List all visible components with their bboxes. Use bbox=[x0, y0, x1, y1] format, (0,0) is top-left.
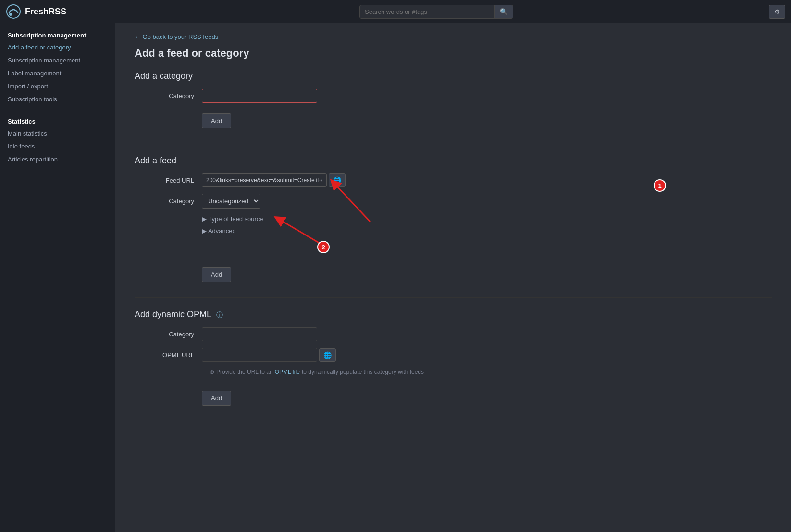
opml-url-label: OPML URL bbox=[135, 351, 202, 359]
add-opml-btn-row: Add bbox=[135, 387, 772, 406]
sidebar-item-import-export[interactable]: Import / export bbox=[0, 80, 115, 93]
opml-category-input[interactable] bbox=[202, 327, 317, 341]
add-feed-button[interactable]: Add bbox=[202, 267, 231, 282]
opml-help-icon[interactable]: ⓘ bbox=[216, 311, 223, 319]
advanced-toggle[interactable]: ▶ Advanced bbox=[202, 227, 236, 235]
search-input[interactable] bbox=[360, 5, 494, 18]
topbar: FreshRSS 🔍 ⚙ bbox=[0, 0, 791, 23]
category-form-row: Category bbox=[135, 89, 772, 103]
opml-url-input[interactable] bbox=[202, 348, 317, 362]
divider-2 bbox=[135, 297, 772, 298]
logo-area: FreshRSS bbox=[6, 4, 116, 19]
opml-info-text-before: Provide the URL to an bbox=[216, 369, 273, 375]
opml-info-text-after: to dynamically populate this category wi… bbox=[302, 369, 424, 375]
annotation-badge-2: 2 bbox=[317, 241, 330, 253]
opml-file-link[interactable]: OPML file bbox=[275, 369, 300, 375]
advanced-row: ▶ Advanced bbox=[135, 227, 772, 235]
add-feed-title: Add a feed bbox=[135, 156, 772, 166]
feed-category-row: Category Uncategorized bbox=[135, 194, 772, 209]
sidebar-item-label-management[interactable]: Label management bbox=[0, 67, 115, 80]
main-content: ← Go back to your RSS feeds Add a feed o… bbox=[115, 23, 791, 532]
add-feed-btn-row: Add bbox=[135, 263, 772, 282]
type-of-feed-row: ▶ Type of feed source bbox=[135, 215, 772, 223]
feed-url-label: Feed URL bbox=[135, 177, 202, 184]
opml-category-label: Category bbox=[135, 331, 202, 338]
search-button[interactable]: 🔍 bbox=[494, 5, 513, 18]
sidebar-item-subscription-management[interactable]: Subscription management bbox=[0, 54, 115, 67]
sidebar-section-statistics: Statistics bbox=[0, 114, 115, 127]
add-category-title: Add a category bbox=[135, 71, 772, 81]
sidebar-divider bbox=[0, 110, 115, 110]
feed-url-input[interactable] bbox=[202, 173, 327, 187]
settings-button[interactable]: ⚙ bbox=[769, 5, 785, 19]
sidebar-item-add-feed[interactable]: Add a feed or category bbox=[0, 41, 115, 54]
page-title: Add a feed or category bbox=[135, 47, 772, 60]
add-opml-button[interactable]: Add bbox=[202, 391, 231, 406]
sidebar: Subscription management Add a feed or ca… bbox=[0, 23, 115, 532]
topbar-right: ⚙ bbox=[756, 5, 785, 19]
svg-point-1 bbox=[9, 13, 12, 16]
freshrss-logo bbox=[6, 4, 21, 19]
sidebar-item-idle-feeds[interactable]: Idle feeds bbox=[0, 140, 115, 153]
feed-url-row: Feed URL 🌐 bbox=[135, 173, 772, 187]
svg-point-0 bbox=[7, 5, 20, 18]
sidebar-section-management: Subscription management bbox=[0, 28, 115, 41]
add-opml-title: Add dynamic OPML ⓘ bbox=[135, 309, 772, 320]
back-link[interactable]: ← Go back to your RSS feeds bbox=[135, 33, 218, 40]
search-bar: 🔍 bbox=[116, 5, 756, 19]
type-of-feed-toggle[interactable]: ▶ Type of feed source bbox=[202, 215, 263, 223]
add-feed-section: Feed URL 🌐 Category Uncategorized ▶ Type… bbox=[135, 173, 772, 235]
opml-category-row: Category bbox=[135, 327, 772, 341]
category-input[interactable] bbox=[202, 89, 317, 103]
opml-url-globe-button[interactable]: 🌐 bbox=[319, 348, 336, 362]
sidebar-item-main-statistics[interactable]: Main statistics bbox=[0, 127, 115, 140]
divider-1 bbox=[135, 144, 772, 144]
feed-url-input-group: 🌐 bbox=[202, 173, 346, 187]
sidebar-item-articles-repartition[interactable]: Articles repartition bbox=[0, 153, 115, 166]
opml-url-input-group: 🌐 bbox=[202, 348, 336, 362]
category-label: Category bbox=[135, 92, 202, 99]
opml-url-row: OPML URL 🌐 bbox=[135, 348, 772, 362]
feed-url-globe-button[interactable]: 🌐 bbox=[329, 173, 346, 187]
sidebar-item-subscription-tools[interactable]: Subscription tools bbox=[0, 93, 115, 106]
opml-info-icon: ⊕ bbox=[210, 369, 214, 375]
layout: Subscription management Add a feed or ca… bbox=[0, 23, 791, 532]
opml-info-text: ⊕ Provide the URL to an OPML file to dyn… bbox=[210, 369, 772, 375]
annotation-badge-1: 1 bbox=[654, 179, 666, 192]
feed-category-select[interactable]: Uncategorized bbox=[202, 194, 260, 209]
app-title: FreshRSS bbox=[25, 7, 66, 17]
search-wrapper: 🔍 bbox=[359, 5, 513, 19]
add-category-button[interactable]: Add bbox=[202, 113, 231, 128]
feed-category-label: Category bbox=[135, 198, 202, 205]
add-category-btn-row: Add bbox=[135, 110, 772, 128]
